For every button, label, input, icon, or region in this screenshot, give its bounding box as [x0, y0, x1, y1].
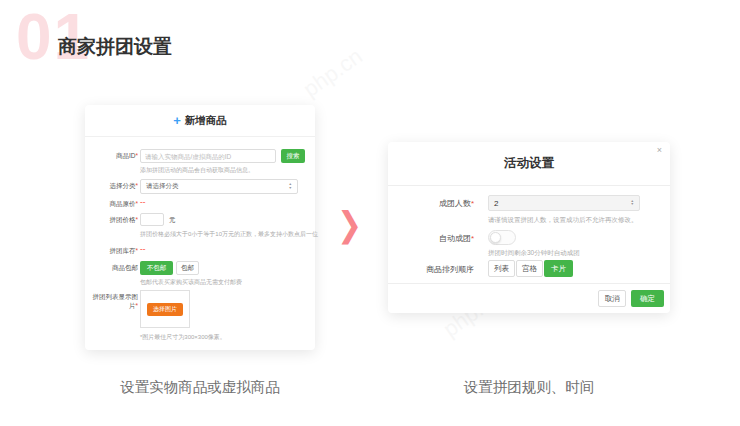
stepper-icon: ▲▼	[288, 183, 292, 189]
group-price-helper: 拼团价格必须大于0小于等于10万元的正数，最多支持小数点后一位	[140, 230, 318, 239]
shipping-option-selected[interactable]: 不包邮	[140, 261, 173, 275]
layout-option-card[interactable]: 卡片	[544, 260, 573, 277]
cancel-button[interactable]: 取消	[598, 290, 626, 307]
auto-group-helper: 拼团时间剩余30分钟时自动成团	[488, 249, 580, 258]
original-price-value: --	[140, 197, 145, 206]
divider	[388, 185, 670, 186]
people-count-value: 2	[494, 199, 498, 208]
layout-option-grid[interactable]: 宫格	[516, 260, 543, 277]
people-count-helper: 请谨慎设置拼团人数，设置成功后不允许再次修改。	[488, 216, 638, 225]
people-count-label: 成团人数*	[408, 198, 474, 209]
left-step-caption: 设置实物商品或虚拟商品	[85, 378, 315, 397]
auto-group-label: 自动成团*	[408, 233, 474, 244]
plus-icon: +	[173, 113, 181, 128]
category-select-value: 请选择分类	[146, 182, 179, 191]
shipping-label: 商品包邮	[87, 264, 138, 273]
search-button[interactable]: 搜索	[281, 149, 305, 163]
next-step-arrow-icon: ❯	[337, 203, 362, 243]
toggle-knob	[490, 232, 501, 243]
auto-group-toggle[interactable]	[488, 230, 516, 245]
activity-settings-modal: × 活动设置 成团人数* 2 ▲▼ 请谨慎设置拼团人数，设置成功后不允许再次修改…	[388, 142, 670, 313]
group-price-label: 拼团价格*	[87, 216, 138, 225]
panel-title: 新增商品	[185, 114, 227, 128]
original-price-label: 商品原价*	[87, 200, 138, 209]
category-select[interactable]: 请选择分类 ▲▼	[140, 179, 298, 194]
divider	[388, 283, 670, 284]
right-step-caption: 设置拼团规则、时间	[388, 378, 670, 397]
shipping-helper: 包邮代表买家购买该商品无需支付邮费	[140, 278, 242, 287]
product-id-label: 商品ID*	[87, 152, 138, 161]
add-product-panel: + 新增商品 商品ID* 搜索 添加拼团活动的商品会自动获取商品信息。 选择分类…	[85, 105, 315, 350]
panel-header: + 新增商品	[85, 105, 315, 137]
product-id-input[interactable]	[140, 149, 276, 163]
category-label: 选择分类*	[87, 182, 138, 191]
modal-title: 活动设置	[388, 155, 670, 172]
watermark-text: php.cn	[299, 43, 368, 102]
group-stock-value: --	[140, 244, 145, 253]
confirm-button[interactable]: 确定	[631, 290, 664, 307]
layout-option-list[interactable]: 列表	[488, 260, 515, 277]
group-stock-label: 拼团库存*	[87, 247, 138, 256]
close-icon[interactable]: ×	[657, 146, 662, 155]
image-upload-box[interactable]: 选择图片	[140, 290, 190, 328]
list-image-label: 拼团列表显示图片*	[87, 293, 138, 311]
group-price-input[interactable]	[140, 213, 164, 226]
page-title: 商家拼团设置	[58, 34, 172, 60]
stepper-icon[interactable]: ▲▼	[630, 200, 634, 206]
choose-image-button[interactable]: 选择图片	[147, 303, 183, 316]
product-id-helper: 添加拼团活动的商品会自动获取商品信息。	[140, 166, 254, 175]
people-count-input[interactable]: 2 ▲▼	[488, 195, 640, 211]
group-price-unit: 元	[169, 216, 176, 225]
layout-order-label: 商品排列顺序	[408, 264, 474, 275]
shipping-option-other[interactable]: 包邮	[176, 261, 199, 275]
list-image-helper: *图片最佳尺寸为300×300像素。	[140, 333, 226, 342]
